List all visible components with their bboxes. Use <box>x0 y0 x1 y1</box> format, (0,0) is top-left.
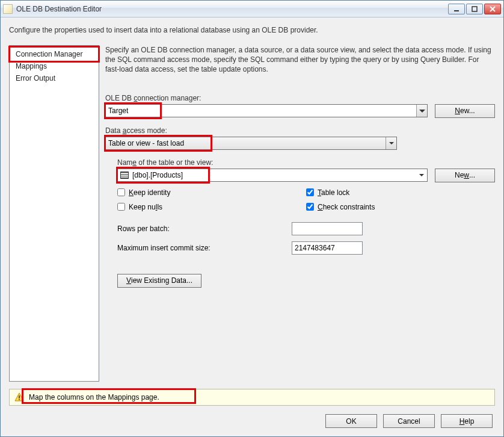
data-access-mode-value: Table or view - fast load <box>108 139 184 147</box>
connection-manager-label: OLE DB connection manager: <box>105 94 495 102</box>
dialog-buttons: OK Cancel Help <box>9 406 495 430</box>
connection-manager-dropdown[interactable]: Target <box>105 104 428 117</box>
sidebar-item-connection-manager[interactable]: Connection Manager <box>10 48 99 60</box>
table-lock-input[interactable] <box>306 188 314 196</box>
new-connection-button[interactable]: New... <box>435 104 495 118</box>
svg-rect-6 <box>19 399 20 400</box>
keep-nulls-input[interactable] <box>117 203 125 211</box>
sidebar: Connection Manager Mappings Error Output <box>9 45 99 382</box>
close-button[interactable] <box>484 4 501 14</box>
cancel-button[interactable]: Cancel <box>383 414 435 428</box>
dropdown-arrow-icon <box>386 137 396 149</box>
svg-rect-1 <box>472 7 477 11</box>
svg-rect-5 <box>19 395 20 398</box>
dialog-description: Configure the properties used to insert … <box>9 26 495 34</box>
sidebar-item-mappings[interactable]: Mappings <box>10 60 99 72</box>
table-name-value: [dbo].[Products] <box>132 171 183 179</box>
dialog-window: OLE DB Destination Editor Configure the … <box>0 0 504 437</box>
keep-nulls-checkbox[interactable]: Keep nulls <box>117 203 306 211</box>
keep-identity-input[interactable] <box>117 188 125 196</box>
check-constraints-checkbox[interactable]: Check constraints <box>306 203 495 211</box>
instructions-text: Specify an OLE DB connection manager, a … <box>105 45 495 75</box>
connection-manager-value: Target <box>108 107 128 115</box>
sidebar-item-error-output[interactable]: Error Output <box>10 72 99 84</box>
max-commit-input[interactable] <box>292 241 363 255</box>
minimize-button[interactable] <box>448 4 465 14</box>
rows-per-batch-label: Rows per batch: <box>117 225 292 233</box>
table-lock-checkbox[interactable]: Table lock <box>306 188 495 197</box>
data-access-mode-dropdown[interactable]: Table or view - fast load <box>105 137 397 150</box>
rows-per-batch-input[interactable] <box>292 222 363 235</box>
table-icon <box>120 172 129 179</box>
table-name-label: Name of the table or the view: <box>117 158 495 167</box>
view-existing-data-button[interactable]: View Existing Data... <box>117 274 201 288</box>
help-button[interactable]: Help <box>441 414 493 428</box>
window-title: OLE DB Destination Editor <box>16 5 448 13</box>
content-pane: Specify an OLE DB connection manager, a … <box>105 45 495 382</box>
app-icon <box>3 4 13 14</box>
titlebar: OLE DB Destination Editor <box>1 1 503 17</box>
dropdown-arrow-icon <box>416 105 427 117</box>
warning-icon <box>14 392 24 402</box>
max-commit-label: Maximum insert commit size: <box>117 244 292 252</box>
new-table-button[interactable]: New... <box>435 169 495 182</box>
data-access-mode-label: Data access mode: <box>105 126 495 135</box>
keep-identity-checkbox[interactable]: Keep identity <box>117 188 306 197</box>
ok-button[interactable]: OK <box>325 414 377 428</box>
table-name-dropdown[interactable]: [dbo].[Products] <box>117 169 428 182</box>
maximize-button[interactable] <box>466 4 483 14</box>
warning-bar: Map the columns on the Mappings page. <box>9 389 495 406</box>
check-constraints-input[interactable] <box>306 203 314 211</box>
warning-text: Map the columns on the Mappings page. <box>29 393 159 401</box>
dropdown-arrow-icon <box>416 169 427 181</box>
